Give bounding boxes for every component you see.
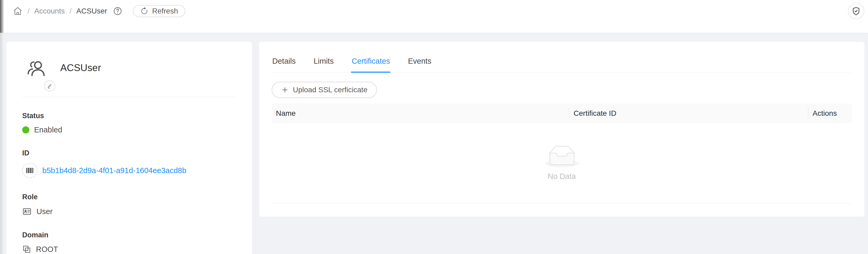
team-icon: [26, 58, 46, 78]
plus-icon: [281, 86, 289, 94]
reload-icon: [141, 7, 148, 15]
barcode-icon: [22, 163, 37, 178]
page-title: ACSUser: [60, 62, 101, 73]
divider: [22, 97, 236, 97]
column-header-name: Name: [272, 109, 569, 118]
breadcrumb-separator: /: [28, 7, 30, 15]
status-dot-icon: [22, 126, 29, 133]
table-header-row: Name Certificate ID Actions: [272, 104, 852, 123]
column-header-actions: Actions: [808, 109, 852, 118]
sidebar-shadow: [0, 0, 4, 33]
status-value: Enabled: [34, 126, 62, 134]
breadcrumb: / Accounts / ACSUser Refresh: [13, 0, 185, 22]
idcard-icon: [22, 207, 32, 216]
column-header-certificate-id: Certificate ID: [569, 109, 808, 118]
detail-card: Details Limits Certificates Events Uploa…: [259, 42, 865, 217]
app-header: / Accounts / ACSUser Refresh: [0, 0, 868, 33]
field-role: Role User: [22, 192, 236, 216]
refresh-button[interactable]: Refresh: [133, 5, 185, 17]
tab-details[interactable]: Details: [272, 52, 296, 72]
question-circle-icon[interactable]: [113, 6, 122, 16]
field-label: Domain: [22, 230, 236, 240]
field-label: Role: [22, 192, 236, 201]
upload-ssl-certificate-button[interactable]: Upload SSL cerficicate: [272, 82, 377, 98]
home-icon[interactable]: [13, 6, 23, 16]
field-domain: Domain ROOT: [22, 230, 236, 254]
refresh-button-label: Refresh: [152, 7, 178, 15]
account-header: ACSUser: [22, 42, 236, 78]
certificates-table: Name Certificate ID Actions No Data: [272, 104, 852, 203]
field-label: Status: [22, 111, 236, 120]
tab-bar: Details Limits Certificates Events: [272, 52, 852, 73]
field-status: Status Enabled: [22, 111, 236, 134]
role-value: User: [36, 207, 53, 216]
breadcrumb-item-current: ACSUser: [76, 7, 107, 15]
breadcrumb-item-accounts[interactable]: Accounts: [34, 7, 65, 15]
sidebar-shadow-body: [0, 33, 4, 254]
tab-certificates[interactable]: Certificates: [351, 52, 391, 72]
tab-limits[interactable]: Limits: [313, 52, 334, 72]
field-id: ID b5b1b4d8-2d9a-4f01-a91d-1604ee3acd8b: [22, 149, 236, 178]
security-button[interactable]: [848, 3, 864, 19]
upload-ssl-certificate-label: Upload SSL cerficicate: [293, 86, 367, 94]
account-id-link[interactable]: b5b1b4d8-2d9a-4f01-a91d-1604ee3acd8b: [42, 166, 186, 175]
breadcrumb-separator: /: [69, 7, 72, 15]
shield-check-icon: [851, 6, 861, 16]
field-label: ID: [22, 149, 236, 158]
domain-value: ROOT: [36, 245, 58, 254]
block-icon: [22, 245, 31, 254]
no-data-text: No Data: [548, 172, 576, 181]
account-info-card: ACSUser Status Enabled ID: [6, 42, 252, 254]
empty-box-icon: [545, 146, 579, 167]
empty-state: No Data: [272, 123, 852, 203]
tab-events[interactable]: Events: [407, 52, 432, 72]
edit-icon: [47, 83, 53, 89]
edit-button[interactable]: [44, 81, 55, 91]
